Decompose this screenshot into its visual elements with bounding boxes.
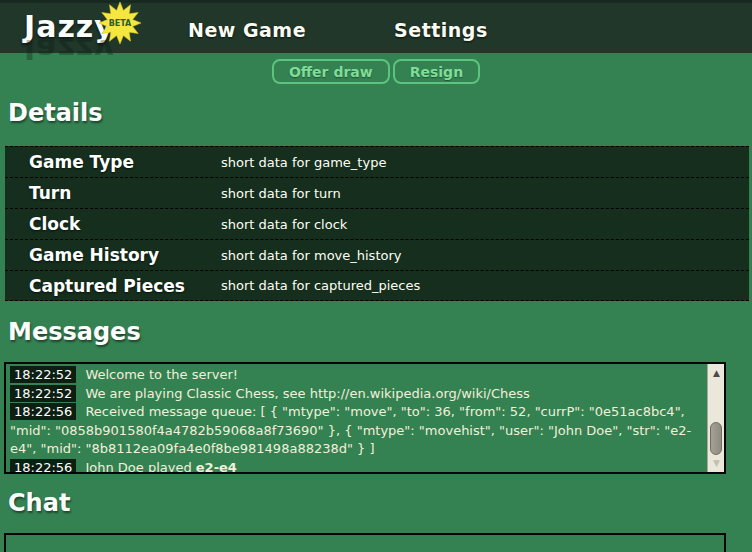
- messages-heading: Messages: [8, 317, 752, 347]
- detail-label-captured-pieces: Captured Pieces: [5, 276, 221, 296]
- message-text: Received message queue: [ { "mtype": "mo…: [10, 404, 691, 456]
- message-move-text: e2-e4: [196, 460, 237, 474]
- scrollbar-thumb[interactable]: [710, 422, 722, 455]
- beta-badge-label: BETA: [109, 19, 132, 28]
- nav-new-game[interactable]: New Game: [188, 19, 306, 41]
- detail-label-turn: Turn: [5, 183, 221, 203]
- detail-label-game-type: Game Type: [5, 152, 221, 172]
- message-timestamp: 18:22:52: [10, 366, 76, 383]
- message-timestamp: 18:22:52: [10, 385, 76, 402]
- scroll-down-icon[interactable]: ▼: [708, 456, 725, 470]
- message-timestamp: 18:22:56: [10, 403, 76, 420]
- main-menu: New Game Settings: [188, 3, 488, 56]
- detail-value-turn: short data for turn: [221, 186, 341, 201]
- detail-value-captured-pieces: short data for captured_pieces: [221, 278, 420, 293]
- message-text: John Doe played: [85, 460, 195, 474]
- details-heading: Details: [8, 98, 752, 128]
- offer-draw-button[interactable]: Offer draw: [272, 59, 390, 84]
- chat-box: [4, 533, 726, 552]
- nav-settings[interactable]: Settings: [394, 19, 488, 41]
- table-row: Captured Pieces short data for captured_…: [5, 270, 749, 301]
- game-action-buttons: Offer draw Resign: [0, 59, 752, 84]
- table-row: Game History short data for move_history: [5, 239, 749, 270]
- table-row: Game Type short data for game_type: [5, 146, 749, 177]
- list-item: 18:22:52We are playing Classic Chess, se…: [10, 385, 703, 404]
- detail-value-game-history: short data for move_history: [221, 248, 401, 263]
- message-timestamp: 18:22:56: [10, 459, 76, 474]
- scroll-up-icon[interactable]: ▲: [708, 366, 725, 380]
- server-message-log: 18:22:52Welcome to the server! 18:22:52W…: [4, 362, 726, 474]
- table-row: Clock short data for clock: [5, 208, 749, 239]
- list-item: 18:22:52Welcome to the server!: [10, 366, 703, 385]
- messages-scrollbar[interactable]: ▲ ▼: [707, 364, 724, 472]
- table-row: Turn short data for turn: [5, 177, 749, 208]
- chat-heading: Chat: [8, 488, 752, 518]
- detail-value-clock: short data for clock: [221, 217, 347, 232]
- message-text: Welcome to the server!: [85, 367, 238, 382]
- detail-label-clock: Clock: [5, 214, 221, 234]
- list-item: 18:22:56Received message queue: [ { "mty…: [10, 403, 703, 459]
- detail-value-game-type: short data for game_type: [221, 155, 386, 170]
- resign-button[interactable]: Resign: [393, 59, 480, 84]
- message-text: We are playing Classic Chess, see http:/…: [85, 386, 529, 401]
- detail-label-game-history: Game History: [5, 245, 221, 265]
- beta-starburst-icon: BETA: [98, 1, 142, 45]
- list-item: 18:22:56John Doe played e2-e4: [10, 459, 703, 474]
- details-table: Game Type short data for game_type Turn …: [5, 146, 749, 301]
- top-navigation-bar: Jazzy BETA New Game Settings: [0, 0, 752, 53]
